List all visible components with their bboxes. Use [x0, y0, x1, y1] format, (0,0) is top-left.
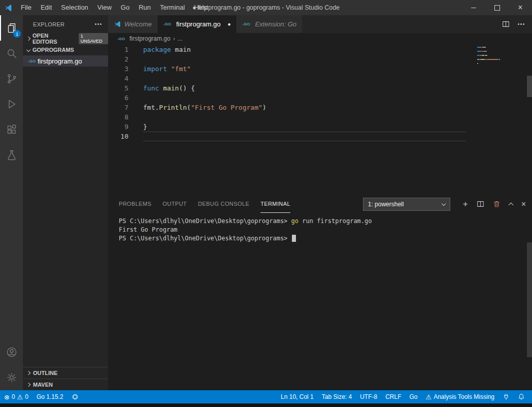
- code-editor[interactable]: 1package main23import "fmt"45func main()…: [108, 44, 532, 195]
- minimap-segment: [480, 55, 481, 56]
- feedback-plug-icon[interactable]: [498, 390, 514, 403]
- menu-go[interactable]: Go: [116, 0, 134, 15]
- editor-area: Welcomefirstprogram.go●Extension: Go fir…: [108, 15, 532, 390]
- close-panel-icon[interactable]: [521, 200, 526, 209]
- tab-extension-go[interactable]: Extension: Go: [237, 15, 303, 33]
- terminal-line-3: PS C:\Users\dlhyl\OneDrive\Desktop\gopro…: [119, 234, 532, 243]
- file-name: firstprogram.go: [38, 57, 82, 65]
- status-label: CRLF: [385, 393, 401, 400]
- vscode-window: FileEditSelectionViewGoRunTerminalHelp ●…: [0, 0, 532, 407]
- split-terminal-icon[interactable]: [477, 200, 484, 208]
- status-go-version[interactable]: Go 1.15.2: [32, 390, 68, 403]
- open-editors-section[interactable]: OPEN EDITORS 1 UNSAVED: [23, 33, 108, 44]
- new-terminal-icon[interactable]: [463, 200, 468, 209]
- notifications-bell-icon[interactable]: [514, 390, 529, 403]
- dirty-indicator: ●: [227, 21, 230, 27]
- status-encoding[interactable]: UTF-8: [356, 390, 381, 403]
- code-token: (: [187, 104, 191, 111]
- breadcrumb[interactable]: firstprogram.go › ...: [108, 33, 532, 44]
- minimap-segment: [482, 51, 483, 52]
- code-line-1[interactable]: 1package main: [108, 45, 532, 54]
- code-token: ): [262, 104, 267, 111]
- editor-more-actions-icon[interactable]: [518, 23, 525, 25]
- status-cursor-position[interactable]: Ln 10, Col 1: [277, 390, 318, 403]
- minimap[interactable]: [477, 47, 524, 67]
- section-maven[interactable]: MAVEN: [23, 379, 108, 390]
- tab-firstprogram-go[interactable]: firstprogram.go●: [158, 15, 237, 33]
- terminal-lines: PS C:\Users\dlhyl\OneDrive\Desktop\gopro…: [119, 217, 532, 243]
- section-outline[interactable]: OUTLINE: [23, 367, 108, 379]
- code-line-9[interactable]: 9}: [108, 122, 532, 132]
- activity-testing-button[interactable]: [0, 142, 23, 168]
- panel-tab-bar: PROBLEMSOUTPUTDEBUG CONSOLETERMINAL: [119, 195, 290, 213]
- terminal[interactable]: PS C:\Users\dlhyl\OneDrive\Desktop\gopro…: [108, 213, 532, 390]
- minimap-line: [477, 63, 524, 64]
- status-left: ⊗ 0 ⚠ 0 Go 1.15.2: [0, 390, 83, 403]
- terminal-text: PS C:\Users\dlhyl\OneDrive\Desktop\gopro…: [119, 235, 291, 242]
- code-line-5[interactable]: 5func main() {: [108, 83, 532, 93]
- editor-scrollbar-thumb[interactable]: [527, 76, 532, 97]
- code-line-6[interactable]: 6: [108, 93, 532, 103]
- activity-source-control-button[interactable]: [0, 66, 23, 91]
- status-problems[interactable]: ⊗ 0 ⚠ 0: [0, 390, 32, 403]
- terminal-scrollbar-thumb[interactable]: [527, 242, 532, 357]
- menu-view[interactable]: View: [93, 0, 116, 15]
- code-line-8[interactable]: 8: [108, 112, 532, 122]
- menu-selection[interactable]: Selection: [56, 0, 92, 15]
- maximize-button[interactable]: [485, 0, 509, 15]
- status-language[interactable]: Go: [406, 390, 422, 403]
- minimap-segment: [480, 59, 485, 60]
- code-line-2[interactable]: 2: [108, 54, 532, 64]
- sidebar: EXPLORER OPEN EDITORS 1 UNSAVED GOPROGRA…: [23, 15, 108, 390]
- file-item-firstprogram-go[interactable]: firstprogram.go: [23, 55, 108, 67]
- status-tab-size[interactable]: Tab Size: 4: [318, 390, 356, 403]
- kill-terminal-icon[interactable]: [493, 200, 501, 208]
- status-eol[interactable]: CRLF: [381, 390, 405, 403]
- activity-run-and-debug-button[interactable]: [0, 91, 23, 117]
- section-label: OUTLINE: [33, 370, 57, 376]
- code-line-4[interactable]: 4: [108, 74, 532, 83]
- code-lines: 1package main23import "fmt"45func main()…: [108, 45, 532, 141]
- code-line-10[interactable]: 10: [108, 132, 532, 141]
- activity-search-button[interactable]: [0, 41, 23, 66]
- maximize-icon: [494, 5, 500, 11]
- menu-file[interactable]: File: [16, 0, 36, 15]
- code-line-7[interactable]: 7fmt.Println("First Go Program"): [108, 103, 532, 112]
- terminal-picker[interactable]: 1: powershell: [363, 198, 450, 211]
- status-bar: ⊗ 0 ⚠ 0 Go 1.15.2 Ln 10, Col 1Tab Size: …: [0, 390, 532, 403]
- maximize-panel-icon[interactable]: [508, 203, 513, 208]
- split-editor-icon[interactable]: [502, 20, 510, 28]
- activity-settings-button[interactable]: [0, 365, 23, 390]
- activity-extensions-button[interactable]: [0, 117, 23, 142]
- tab-welcome[interactable]: Welcome: [108, 15, 158, 33]
- activity-explorer-button[interactable]: 1: [0, 15, 23, 41]
- panel-tab-problems[interactable]: PROBLEMS: [119, 195, 151, 213]
- status-label: UTF-8: [360, 393, 377, 400]
- status-tools-chip-icon[interactable]: [68, 390, 83, 403]
- menu-terminal[interactable]: Terminal: [155, 0, 189, 15]
- menu-edit[interactable]: Edit: [36, 0, 56, 15]
- line-number: 10: [108, 132, 128, 141]
- code-token: package: [143, 46, 171, 53]
- status-analysis-tools[interactable]: ⚠Analysis Tools Missing: [422, 390, 498, 403]
- minimap-line: [477, 61, 524, 62]
- line-content: func main() {: [143, 83, 466, 93]
- file-list: firstprogram.go: [23, 55, 108, 67]
- minimize-button[interactable]: [462, 0, 485, 15]
- close-button[interactable]: [509, 0, 532, 15]
- code-line-3[interactable]: 3import "fmt": [108, 64, 532, 74]
- panel-actions: 1: powershell: [363, 198, 526, 211]
- activity-account-button[interactable]: [0, 339, 23, 365]
- folder-section-header[interactable]: GOPROGRAMS: [23, 44, 108, 55]
- minimap-segment: [482, 55, 484, 56]
- terminal-text: run firstprogram.go: [298, 217, 372, 225]
- go-file-icon: [117, 37, 127, 41]
- explorer-more-actions-icon[interactable]: [95, 23, 102, 25]
- error-icon: ⊗: [4, 394, 10, 400]
- panel-tab-terminal[interactable]: TERMINAL: [260, 195, 290, 213]
- panel-tab-output[interactable]: OUTPUT: [162, 195, 187, 213]
- go-file-icon: [28, 59, 38, 64]
- menu-run[interactable]: Run: [134, 0, 155, 15]
- terminal-line-1: PS C:\Users\dlhyl\OneDrive\Desktop\gopro…: [119, 217, 532, 226]
- panel-tab-debug-console[interactable]: DEBUG CONSOLE: [198, 195, 249, 213]
